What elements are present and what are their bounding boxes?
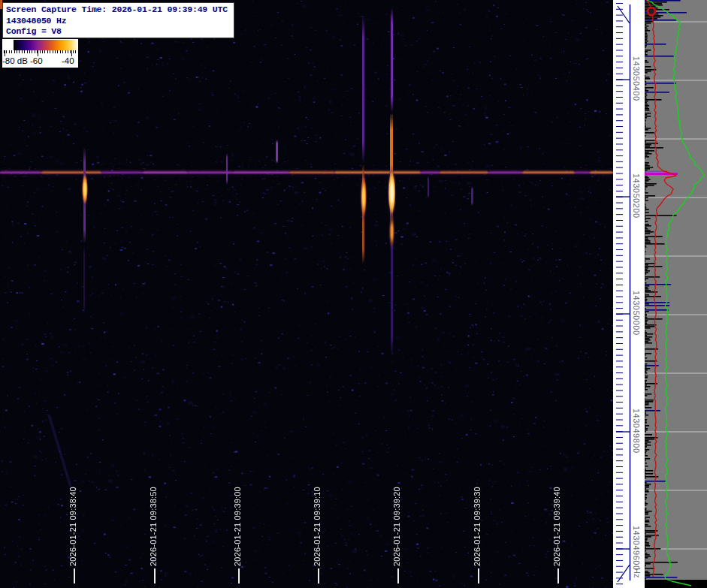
panel-noise-bar	[645, 168, 650, 170]
panel-noise-bar	[645, 445, 651, 446]
panel-noise-bar	[645, 312, 646, 314]
panel-noise-bar	[645, 216, 645, 218]
carrier-line-segment	[421, 171, 440, 173]
panel-noise-bar	[645, 164, 648, 165]
panel-noise-bar	[645, 431, 646, 433]
panel-noise-bar	[645, 572, 650, 574]
panel-noise-bar	[645, 505, 647, 506]
panel-noise-bar	[645, 42, 647, 44]
panel-noise-bar	[645, 248, 645, 249]
panel-noise-bar	[645, 562, 678, 563]
panel-noise-bar	[645, 407, 651, 409]
frequency-axis-label: 143050200	[632, 173, 641, 219]
panel-noise-bar	[645, 297, 647, 299]
panel-noise-bar	[645, 369, 648, 371]
panel-noise-bar	[645, 341, 648, 342]
panel-noise-bar	[645, 293, 645, 294]
doppler-streak	[276, 140, 278, 164]
panel-noise-bar	[645, 125, 646, 126]
panel-noise-bar	[645, 221, 648, 222]
panel-noise-bar	[645, 551, 645, 553]
panel-noise-bar	[645, 478, 646, 479]
panel-noise-bar	[645, 353, 651, 354]
doppler-streak	[391, 8, 393, 113]
panel-noise-bar	[645, 39, 647, 41]
panel-noise-bar	[645, 344, 645, 345]
legend-major-tick	[38, 50, 38, 56]
panel-noise-bar	[645, 65, 645, 66]
panel-noise-bar	[645, 556, 651, 557]
panel-noise-bar	[645, 126, 646, 128]
panel-noise-bar	[645, 300, 647, 302]
panel-noise-bar	[645, 266, 663, 267]
panel-noise-bar	[645, 578, 646, 580]
panel-noise-bar	[645, 284, 671, 285]
panel-noise-bar	[645, 509, 646, 511]
panel-noise-bar	[645, 87, 654, 89]
panel-noise-bar	[645, 554, 650, 556]
panel-noise-bar	[645, 287, 648, 288]
panel-noise-bar	[645, 571, 648, 572]
panel-noise-bar	[645, 323, 647, 324]
time-axis-label: 2026-01-21 09:39:20	[392, 487, 401, 566]
panel-noise-bar	[645, 275, 645, 276]
panel-noise-bar	[645, 428, 648, 430]
legend-minor-tick	[24, 50, 25, 53]
panel-noise-bar	[645, 240, 651, 242]
panel-noise-bar	[645, 366, 647, 368]
panel-noise-bar	[645, 529, 645, 530]
panel-noise-bar	[645, 177, 649, 179]
panel-noise-bar	[645, 482, 647, 484]
frequency-ruler: Hz 1430504001430502001430500001430498001…	[613, 0, 645, 588]
panel-noise-bar	[645, 412, 646, 413]
carrier-line-segment	[590, 171, 613, 173]
panel-noise-bar	[645, 107, 648, 108]
panel-noise-bar	[645, 523, 645, 524]
panel-noise-bar	[645, 242, 651, 243]
time-axis-tick	[154, 568, 156, 583]
screen-capture-window: 2026-01-21 09:38:402026-01-21 09:38:5020…	[0, 0, 707, 588]
axis-bottom-cap	[618, 565, 630, 582]
panel-noise-bar	[645, 86, 645, 87]
panel-noise-bar	[645, 308, 646, 309]
panel-noise-bar	[645, 294, 649, 296]
panel-noise-bar	[645, 30, 650, 32]
panel-noise-bar	[645, 129, 648, 131]
panel-noise-bar	[645, 538, 648, 539]
panel-noise-bar	[645, 50, 651, 51]
panel-noise-bar	[645, 92, 669, 93]
panel-noise-bar	[645, 75, 645, 77]
panel-noise-bar	[645, 255, 645, 257]
red-peak-marker	[648, 8, 655, 15]
time-axis-label: 2026-01-21 09:39:40	[552, 487, 561, 566]
time-axis-tick	[397, 568, 399, 583]
panel-noise-bar	[645, 36, 648, 38]
panel-noise-bar	[645, 470, 653, 472]
panel-noise-bar	[645, 404, 648, 406]
panel-noise-bar	[645, 508, 647, 509]
panel-noise-bar	[645, 102, 647, 104]
panel-noise-bar	[645, 363, 647, 365]
panel-noise-bar	[645, 350, 645, 351]
panel-noise-bar	[645, 270, 650, 272]
panel-noise-bar	[645, 448, 646, 449]
panel-noise-bar	[645, 182, 646, 183]
panel-noise-bar	[645, 524, 648, 526]
panel-noise-bar	[645, 204, 646, 206]
frequency-axis-label: 143049600	[632, 526, 641, 571]
panel-noise-bar	[645, 252, 645, 254]
panel-noise-bar	[645, 563, 651, 565]
panel-noise-bar	[645, 475, 646, 476]
panel-noise-bar	[645, 140, 655, 141]
carrier-line-segment	[522, 171, 575, 173]
panel-noise-bar	[645, 330, 646, 332]
panel-noise-bar	[645, 419, 647, 421]
panel-noise-bar	[645, 282, 646, 284]
panel-noise-bar	[645, 189, 645, 191]
panel-noise-bar	[645, 90, 648, 92]
panel-noise-bar	[645, 460, 646, 461]
panel-noise-bar	[645, 463, 647, 464]
panel-noise-bar	[645, 279, 646, 281]
time-axis-tick	[74, 568, 75, 583]
legend-label-neg60: -60	[30, 56, 43, 65]
